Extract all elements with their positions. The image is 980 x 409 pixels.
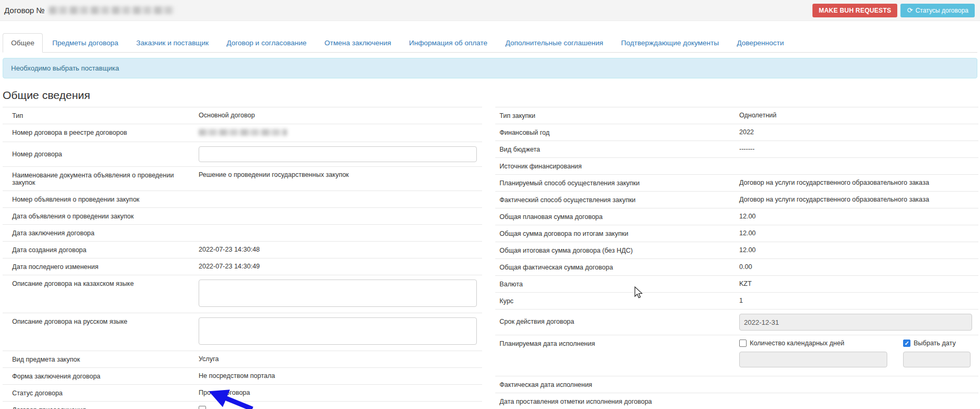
calendar-days-option: Количество календарных дней	[739, 340, 903, 347]
tab-contract-items[interactable]: Предметы договора	[44, 33, 126, 53]
description-ru-textarea[interactable]	[199, 317, 477, 345]
field-label: Общая фактическая сумма договора	[499, 263, 739, 271]
select-date-input[interactable]	[903, 352, 971, 367]
field-value: Услуга	[199, 355, 477, 363]
row-registry-number: Номер договора в реестре договоров	[3, 124, 482, 142]
field-value: Договор на услуги государственного образ…	[739, 196, 973, 203]
tab-bar: Общее Предметы договора Заказчик и поста…	[3, 33, 977, 53]
section-title-general-info: Общие сведения	[3, 89, 977, 102]
row-conclusion-date: Дата заключения договора	[3, 224, 482, 241]
contract-title-prefix: Договор №	[4, 6, 45, 15]
field-label: Дата заключения договора	[12, 229, 199, 237]
field-label: Тип	[12, 112, 199, 119]
field-label: Финансовый год	[499, 128, 739, 136]
row-funding-source: Источник финансирования	[495, 157, 978, 174]
tab-additional-agreements[interactable]: Дополнительные соглашения	[497, 33, 612, 53]
field-label: Источник финансирования	[499, 162, 739, 170]
field-label: Описание договора на казахском языке	[12, 280, 199, 287]
field-label: Планируемый способ осуществления закупки	[499, 179, 739, 187]
left-column: Тип Основной договор Номер договора в ре…	[3, 107, 482, 409]
row-type: Тип Основной договор	[3, 107, 482, 124]
refresh-icon: ⟳	[907, 7, 913, 14]
tab-customer-supplier[interactable]: Заказчик и поставщик	[128, 33, 217, 53]
field-label: Описание договора на русском языке	[12, 317, 199, 325]
row-description-ru: Описание договора на русском языке	[3, 313, 482, 351]
adhesion-contract-checkbox[interactable]	[199, 406, 206, 409]
row-announcement-number: Номер объявления о проведении закупок	[3, 191, 482, 207]
tab-powers-of-attorney[interactable]: Доверенности	[728, 33, 792, 53]
contract-statuses-button[interactable]: ⟳ Статусы договора	[900, 4, 975, 17]
contract-validity-date-input[interactable]	[739, 314, 972, 331]
field-value: -------	[739, 145, 973, 153]
row-purchase-type: Тип закупки Однолетний	[495, 107, 978, 124]
row-budget-kind: Вид бюджета -------	[495, 141, 978, 157]
field-value: 12.00	[739, 246, 973, 254]
tab-contract-approval[interactable]: Договор и согласование	[218, 33, 315, 53]
row-currency: Валюта KZT	[495, 275, 978, 292]
field-label: Общая сумма договора по итогам закупки	[499, 230, 739, 237]
redacted-contract-number	[49, 6, 174, 14]
row-adhesion-contract: Договор присоединения	[3, 401, 482, 409]
row-fiscal-year: Финансовый год 2022	[495, 124, 978, 141]
calendar-days-input[interactable]	[739, 352, 887, 367]
field-value: 12.00	[739, 230, 973, 237]
tab-cancel-conclusion[interactable]: Отмена заключения	[316, 33, 400, 53]
field-value: 1	[739, 297, 973, 304]
planned-date-options: Количество календарных дней ✓ Выбрать да…	[739, 340, 973, 367]
supplier-required-alert: Необходимо выбрать поставщика	[3, 58, 977, 78]
row-description-kk: Описание договора на казахском языке	[3, 275, 482, 313]
make-buh-requests-button[interactable]: MAKE BUH REQUESTS	[812, 4, 897, 17]
field-label: Дата создания договора	[12, 246, 199, 254]
right-column: Тип закупки Однолетний Финансовый год 20…	[495, 107, 978, 409]
field-label: Срок действия договора	[499, 314, 739, 325]
field-value: 2022	[739, 128, 973, 136]
field-value	[199, 406, 477, 409]
row-creation-date: Дата создания договора 2022-07-23 14:30:…	[3, 241, 482, 258]
tab-general[interactable]: Общее	[3, 33, 43, 53]
select-date-input-wrap	[903, 352, 973, 367]
row-conclusion-form: Форма заключения договора Не посредством…	[3, 367, 482, 384]
field-label: Вид бюджета	[499, 145, 739, 153]
field-value	[199, 128, 477, 137]
select-date-option: ✓ Выбрать дату	[903, 340, 973, 347]
field-label: Статус договора	[12, 389, 199, 397]
field-label: Тип закупки	[499, 112, 739, 119]
make-buh-requests-label: MAKE BUH REQUESTS	[819, 7, 891, 14]
field-label: Общая итоговая сумма договора (без НДС)	[499, 246, 739, 254]
field-label: Фактическая дата исполнения	[499, 381, 739, 388]
general-info-columns: Тип Основной договор Номер договора в ре…	[0, 107, 980, 409]
tab-payment-info[interactable]: Информация об оплате	[400, 33, 496, 53]
row-total-amount-by-results: Общая сумма договора по итогам закупки 1…	[495, 225, 978, 242]
field-value	[199, 280, 477, 308]
redacted-registry-number	[199, 129, 287, 136]
row-total-planned-amount: Общая плановая сумма договора 12.00	[495, 208, 978, 225]
field-label: Дата последнего изменения	[12, 263, 199, 271]
row-last-modified: Дата последнего изменения 2022-07-23 14:…	[3, 258, 482, 275]
select-date-checkbox[interactable]: ✓	[903, 340, 910, 347]
contract-number-input[interactable]	[199, 146, 477, 162]
field-value: Договор на услуги государственного образ…	[739, 179, 973, 186]
description-kk-textarea[interactable]	[199, 280, 477, 307]
field-value: 12.00	[739, 213, 973, 220]
row-actual-procurement-method: Фактический способ осуществления закупки…	[495, 191, 978, 208]
field-value: 2022-07-23 14:30:48	[199, 246, 477, 253]
field-value: 0.00	[739, 263, 973, 271]
field-label: Номер договора в реестре договоров	[12, 128, 199, 136]
field-label: Общая плановая сумма договора	[499, 213, 739, 221]
row-execution-mark-date: Дата проставления отметки исполнения дог…	[495, 393, 978, 409]
field-label: Фактический способ осуществления закупки	[499, 196, 739, 204]
field-value: KZT	[739, 280, 973, 287]
field-value: Решение о проведении государственных зак…	[199, 171, 477, 178]
row-actual-execution-date: Фактическая дата исполнения	[495, 376, 978, 393]
select-date-label: Выбрать дату	[914, 340, 956, 347]
row-contract-number: Номер договора	[3, 142, 482, 166]
calendar-days-checkbox[interactable]	[739, 340, 747, 347]
field-value: Проект договора	[199, 389, 477, 396]
field-label: Планируемая дата исполнения	[499, 340, 739, 347]
field-label: Валюта	[499, 280, 739, 288]
field-value	[199, 317, 477, 346]
tab-supporting-documents[interactable]: Подтверждающие документы	[613, 33, 728, 53]
field-value: Количество календарных дней ✓ Выбрать да…	[739, 340, 973, 367]
row-contract-validity-period: Срок действия договора	[495, 309, 978, 335]
field-label: Форма заключения договора	[12, 372, 199, 380]
